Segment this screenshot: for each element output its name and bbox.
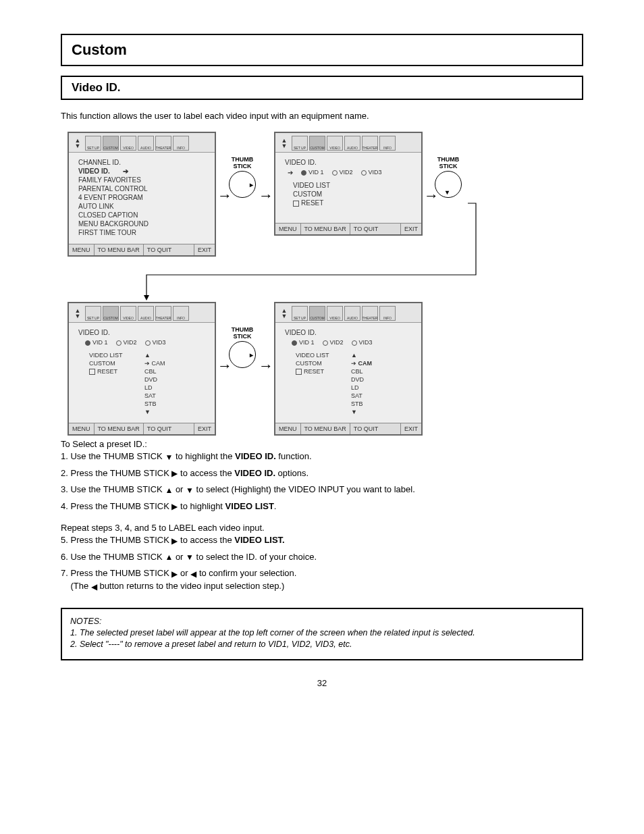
footer-exit: EXIT — [194, 423, 215, 434]
menu-item-selected: VIDEO ID. ➔ — [78, 167, 208, 176]
section-title: Custom — [61, 34, 583, 66]
menu-screen-3: ▲▼ SET UP CUSTOM VIDEO AUDIO THEATER INF… — [68, 302, 216, 436]
menu-footer: MENU TO MENU BAR TO QUIT EXIT — [69, 423, 215, 434]
menu-footer: MENU TO MENU BAR TO QUIT EXIT — [275, 423, 421, 434]
menu-body: VIDEO ID. VID 1 VID2 VID3 VIDEO LIST CUS… — [69, 323, 215, 423]
icon-theater: THEATER — [155, 306, 171, 321]
icon-theater: THEATER — [362, 136, 378, 151]
footer-menubar: TO MENU BAR — [95, 244, 144, 255]
icon-video: VIDEO — [327, 136, 343, 151]
footer-exit: EXIT — [401, 423, 421, 434]
icon-setup: SET UP — [292, 306, 308, 321]
down-triangle-icon: ▼ — [186, 484, 194, 496]
list-item: STB — [144, 400, 165, 408]
icon-audio: AUDIO — [344, 306, 360, 321]
icon-audio: AUDIO — [138, 136, 154, 151]
reset-label: RESET — [296, 367, 346, 375]
icon-audio: AUDIO — [344, 136, 360, 151]
step-1: 1. Use the THUMB STICK ▼ to highlight th… — [61, 450, 583, 463]
step-3: 3. Use the THUMB STICK ▲ or ▼ to select … — [61, 484, 583, 496]
icon-info: INFO — [173, 306, 189, 321]
radio-row: ➔ VID 1 VID2 VID3 — [288, 168, 414, 177]
left-triangle-icon: ◀ — [91, 581, 97, 593]
menu-item: PARENTAL CONTROL — [78, 184, 208, 193]
radio-vid3: VID3 — [361, 168, 382, 177]
icon-bar: ▲▼ SET UP CUSTOM VIDEO AUDIO THEATER INF… — [275, 303, 421, 323]
icon-video: VIDEO — [120, 136, 136, 151]
list-item-selected: ➔ CAM — [351, 359, 372, 367]
menu-body: VIDEO ID. VID 1 VID2 VID3 VIDEO LIST CUS… — [275, 323, 421, 423]
icon-custom: CUSTOM — [103, 306, 119, 321]
flow-arrow-icon: → — [259, 357, 273, 375]
list-item: SAT — [144, 392, 165, 400]
video-id-header: VIDEO ID. — [78, 328, 208, 337]
list-item: SAT — [351, 392, 372, 400]
icon-setup: SET UP — [85, 306, 101, 321]
thumb-text: THUMBSTICK — [227, 326, 257, 340]
down-triangle-icon: ▼ — [186, 551, 194, 563]
radio-row: VID 1 VID2 VID3 — [292, 338, 414, 347]
radio-vid1: VID 1 — [301, 168, 324, 177]
flow-arrow-icon: → — [217, 357, 232, 375]
step-4: 4. Press the THUMB STICK ▶ to highlight … — [61, 500, 583, 513]
footer-quit: TO QUIT — [144, 423, 194, 434]
instructions: To Select a preset ID.: 1. Use the THUMB… — [61, 438, 583, 593]
up-triangle-icon: ▲ — [165, 484, 173, 496]
footer-menu: MENU — [275, 423, 301, 434]
up-triangle-icon: ▲ — [165, 551, 173, 563]
list-item: DVD — [351, 375, 372, 384]
nav-arrows-icon: ▲▼ — [72, 136, 84, 151]
instructions-heading: To Select a preset ID.: — [61, 438, 583, 450]
icon-video: VIDEO — [120, 306, 136, 321]
icon-theater: THEATER — [362, 306, 378, 321]
footer-menubar: TO MENU BAR — [301, 423, 350, 434]
video-list-label: VIDEO LIST — [293, 181, 414, 190]
menu-item: 4 EVENT PROGRAM — [78, 193, 208, 202]
video-id-header: VIDEO ID. — [285, 158, 414, 167]
icon-setup: SET UP — [85, 136, 101, 151]
list-item: ➔ CAM — [144, 359, 165, 367]
icon-setup: SET UP — [292, 136, 308, 151]
radio-row: VID 1 VID2 VID3 — [85, 338, 208, 347]
down-arrow-icon: ▼ — [144, 408, 165, 416]
icon-theater: THEATER — [155, 136, 171, 151]
footer-menu: MENU — [69, 244, 95, 255]
video-id-header: VIDEO ID. — [285, 328, 414, 337]
step-7: 7. Press the THUMB STICK ▶ or ◀ to confi… — [61, 567, 583, 592]
thumb-text: THUMBSTICK — [433, 156, 463, 170]
down-arrow-icon: ▼ — [351, 408, 372, 416]
list-item: LD — [144, 384, 165, 392]
list-item: CBL — [351, 367, 372, 375]
video-list-label: VIDEO LIST — [89, 351, 139, 359]
radio-vid2: VID2 — [116, 338, 137, 347]
video-list-label: VIDEO LIST — [296, 351, 346, 359]
list-item: CBL — [144, 367, 165, 375]
list-item: STB — [351, 400, 372, 408]
custom-label: CUSTOM — [293, 190, 414, 199]
note-line-1: 1. The selected preset label will appear… — [70, 628, 475, 637]
icon-bar: ▲▼ SET UP CUSTOM VIDEO AUDIO THEATER INF… — [69, 303, 215, 323]
icon-bar: ▲▼ SET UP CUSTOM VIDEO AUDIO THEATER INF… — [275, 133, 421, 153]
icon-info: INFO — [379, 306, 396, 321]
menu-item: CHANNEL ID. — [78, 158, 208, 167]
notes-heading: NOTES: — [70, 617, 102, 626]
flow-diagram: ▲▼ SET UP CUSTOM VIDEO AUDIO THEATER INF… — [61, 128, 583, 438]
radio-vid2: VID2 — [332, 168, 353, 177]
up-arrow-icon: ▲ — [351, 351, 372, 359]
icon-info: INFO — [379, 136, 396, 151]
thumb-circle-icon: ▸ — [229, 171, 256, 198]
custom-label: CUSTOM — [89, 359, 139, 367]
intro-text: This function allows the user to label e… — [61, 111, 583, 121]
up-arrow-icon: ▲ — [144, 351, 165, 359]
icon-custom: CUSTOM — [103, 136, 119, 151]
repeat-heading: Repeat steps 3, 4, and 5 to LABEL each v… — [61, 522, 583, 534]
menu-screen-4: ▲▼ SET UP CUSTOM VIDEO AUDIO THEATER INF… — [274, 302, 423, 436]
icon-video: VIDEO — [327, 306, 343, 321]
subsection-title: Video ID. — [61, 76, 583, 100]
page-number: 32 — [61, 678, 583, 688]
nav-arrows-icon: ▲▼ — [72, 306, 84, 321]
list-item: LD — [351, 384, 372, 392]
custom-label: CUSTOM — [296, 359, 346, 367]
radio-vid3: VID3 — [145, 338, 166, 347]
footer-menubar: TO MENU BAR — [95, 423, 144, 434]
